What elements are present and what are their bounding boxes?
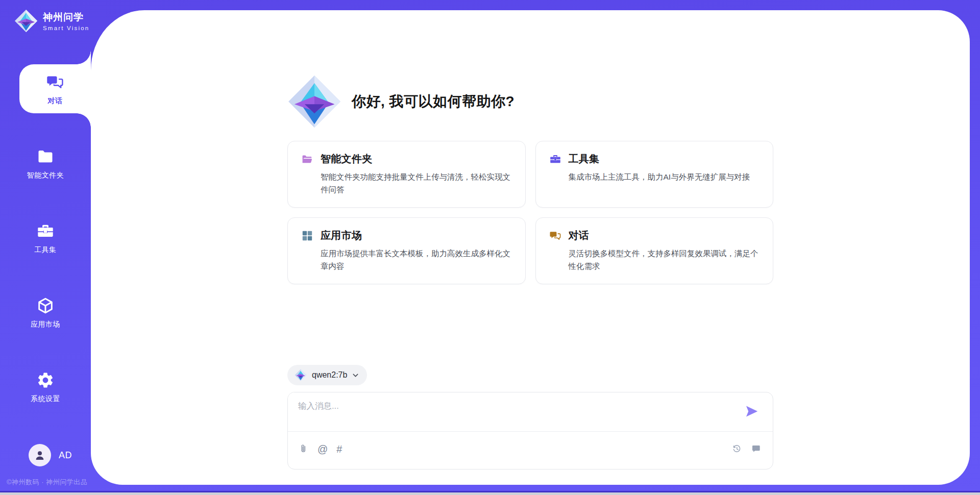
model-logo-icon <box>295 369 307 381</box>
sidebar-item-label: 工具集 <box>34 245 57 255</box>
comment-icon <box>751 443 762 454</box>
main-panel: 你好, 我可以如何帮助你? 智能文件夹 智能文件夹功能支持批量文件上传与清洗，轻… <box>91 10 970 485</box>
card-app-market[interactable]: 应用市场 应用市场提供丰富长文本模板，助力高效生成多样化文章内容 <box>287 217 526 284</box>
card-description: 集成市场上主流工具，助力AI与外界无缝扩展与对接 <box>569 170 760 183</box>
cube-icon <box>36 296 55 315</box>
sidebar-item-label: 系统设置 <box>31 394 60 404</box>
chat-icon <box>549 230 561 242</box>
brand-name: 神州问学 <box>43 11 89 24</box>
card-title: 智能文件夹 <box>321 152 373 166</box>
card-title: 应用市场 <box>321 229 362 242</box>
feature-cards: 智能文件夹 智能文件夹功能支持批量文件上传与清洗，轻松实现文件问答 <box>287 141 773 284</box>
send-icon <box>744 404 760 419</box>
sidebar: 神州问学 Smart Vision 对话 <box>0 0 91 495</box>
card-description: 灵活切换多模型文件，支持多样回复效果调试，满足个性化需求 <box>569 247 760 273</box>
gear-icon <box>36 370 55 390</box>
model-selector[interactable]: qwen2:7b <box>287 365 367 385</box>
chevron-down-icon <box>352 372 359 379</box>
sidebar-item-toolbox[interactable]: 工具集 <box>0 213 91 262</box>
history-button[interactable] <box>731 443 742 454</box>
toolbox-icon <box>549 153 561 165</box>
sidebar-item-settings[interactable]: 系统设置 <box>0 362 91 411</box>
history-icon <box>731 443 742 454</box>
card-smart-folder[interactable]: 智能文件夹 智能文件夹功能支持批量文件上传与清洗，轻松实现文件问答 <box>287 141 526 208</box>
card-toolset[interactable]: 工具集 集成市场上主流工具，助力AI与外界无缝扩展与对接 <box>535 141 774 208</box>
copyright-footer: ©神州数码 · 神州问学出品 <box>7 478 91 487</box>
window-bottom-border <box>0 492 980 495</box>
sidebar-item-smart-folder[interactable]: 智能文件夹 <box>0 139 91 188</box>
sidebar-item-app-market[interactable]: 应用市场 <box>0 288 91 337</box>
sidebar-nav: 对话 智能文件夹 <box>0 64 91 411</box>
sidebar-item-label: 对话 <box>48 96 63 106</box>
card-description: 应用市场提供丰富长文本模板，助力高效生成多样化文章内容 <box>321 247 512 273</box>
folder-icon <box>36 147 55 166</box>
user-name: AD <box>59 450 72 461</box>
brand-logo-icon <box>14 9 38 33</box>
card-title: 工具集 <box>569 152 600 166</box>
attach-button[interactable] <box>298 443 309 454</box>
folder-icon <box>301 153 313 165</box>
user-profile[interactable]: AD <box>0 444 91 466</box>
new-chat-button[interactable] <box>751 443 762 454</box>
toolbox-icon <box>36 221 55 241</box>
assistant-logo-icon <box>287 75 341 129</box>
model-name: qwen2:7b <box>312 370 347 380</box>
message-input[interactable] <box>288 392 732 431</box>
sidebar-item-label: 应用市场 <box>31 320 60 329</box>
greeting-title: 你好, 我可以如何帮助你? <box>352 92 514 111</box>
grid-icon <box>301 230 313 242</box>
topic-button[interactable]: # <box>336 444 342 454</box>
app-window: 神州问学 Smart Vision 对话 <box>0 0 980 495</box>
brand-subtitle: Smart Vision <box>43 25 89 31</box>
sidebar-item-chat[interactable]: 对话 <box>19 64 91 113</box>
message-composer: @ # <box>287 392 773 469</box>
card-description: 智能文件夹功能支持批量文件上传与清洗，轻松实现文件问答 <box>321 170 512 196</box>
send-button[interactable] <box>744 404 760 419</box>
sidebar-item-label: 智能文件夹 <box>27 171 64 180</box>
card-chat[interactable]: 对话 灵活切换多模型文件，支持多样回复效果调试，满足个性化需求 <box>535 217 774 284</box>
chat-icon <box>45 72 65 92</box>
greeting-hero: 你好, 我可以如何帮助你? <box>287 75 773 129</box>
mention-button[interactable]: @ <box>317 444 328 454</box>
brand: 神州问学 Smart Vision <box>0 0 91 33</box>
avatar <box>29 444 51 466</box>
card-title: 对话 <box>569 229 590 242</box>
paperclip-icon <box>298 443 309 454</box>
